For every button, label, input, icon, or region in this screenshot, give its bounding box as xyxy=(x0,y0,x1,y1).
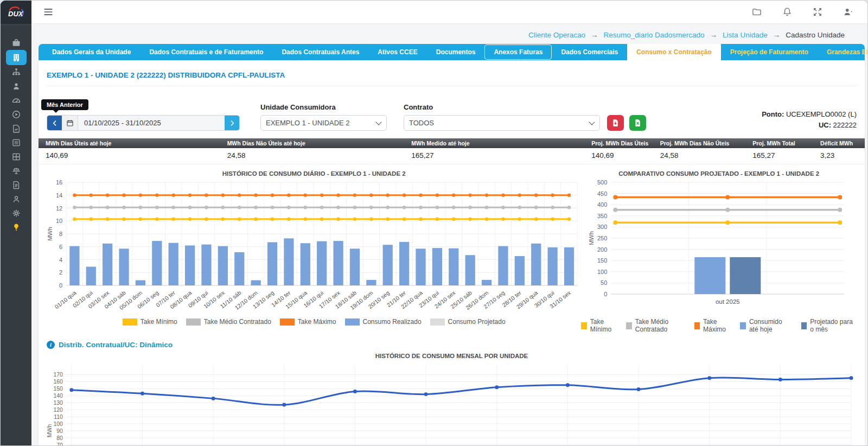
tab-proje-o-de-faturamento[interactable]: Projeção de Faturamento xyxy=(721,44,818,60)
svg-text:110: 110 xyxy=(54,414,63,420)
calendar-icon[interactable] xyxy=(62,116,78,130)
sidebar-item-user-group[interactable] xyxy=(6,79,27,93)
export-pdf-button[interactable] xyxy=(607,115,624,131)
daily-consumption-chart: HISTÓRICO DE CONSUMO DIÁRIO - EXEMPLO 1 … xyxy=(47,165,581,333)
sidebar-item-file-chart[interactable] xyxy=(6,122,27,136)
tab-documentos[interactable]: Documentos xyxy=(427,44,485,60)
tab-dados-comerciais[interactable]: Dados Comerciais xyxy=(552,44,627,60)
projected-comparison-chart-canvas[interactable]: 050100150200250300350400450500out 2025MW… xyxy=(581,178,857,315)
info-icon: i xyxy=(47,341,55,349)
tab-consumo-x-contrata-o[interactable]: Consumo x Contratação xyxy=(627,44,721,60)
legend-swatch xyxy=(801,322,807,329)
uc-label: UC: xyxy=(819,121,831,129)
sidebar-item-lightbulb[interactable] xyxy=(6,220,27,234)
breadcrumb-item[interactable]: Cliente Operacao xyxy=(528,31,585,39)
sidebar-item-list[interactable] xyxy=(6,136,27,150)
daily-chart-title: HISTÓRICO DE CONSUMO DIÁRIO - EXEMPLO 1 … xyxy=(47,170,581,177)
date-range-group: Mês Anterior 01/10/2025 - 31/10/2025 xyxy=(47,115,240,131)
svg-text:0: 0 xyxy=(59,282,62,289)
sidebar-item-table[interactable] xyxy=(6,150,27,164)
sidebar-item-building[interactable] xyxy=(6,50,27,65)
card-body: EXEMPLO 1 - UNIDADE 2 (222222) DISTRIBUI… xyxy=(39,60,865,446)
legend-item[interactable]: Take Máximo xyxy=(280,318,336,326)
tab-dados-contratuais-e-de-faturamento[interactable]: Dados Contratuais e de Faturamento xyxy=(140,44,272,60)
legend-swatch xyxy=(581,322,586,329)
tab-grandezas-el-tricas[interactable]: Grandezas Elétricas xyxy=(818,44,868,60)
unidade-consumidora-select[interactable]: EXEMPLO 1 - UNIDADE 2 xyxy=(260,115,387,131)
daily-consumption-chart-canvas[interactable]: 024681012141601/10 qua02/10 qui03/10 sex… xyxy=(47,178,581,315)
legend-label: Take Mínimo xyxy=(590,318,617,333)
svg-text:130: 130 xyxy=(53,400,63,406)
sidebar-item-scales[interactable] xyxy=(6,164,27,178)
breadcrumb-item: Cadastro Unidade xyxy=(786,31,845,39)
legend-label: Consumido até hoje xyxy=(749,318,793,333)
contrato-select[interactable]: TODOS xyxy=(404,115,600,131)
next-month-button[interactable] xyxy=(225,116,239,130)
svg-text:200: 200 xyxy=(597,246,607,253)
tab-dados-gerais-da-unidade[interactable]: Dados Gerais da Unidade xyxy=(43,44,140,60)
app-logo[interactable]: DUX xyxy=(1,1,31,24)
svg-text:50: 50 xyxy=(601,279,607,286)
header-fullscreen-button[interactable] xyxy=(812,7,823,17)
legend-item[interactable]: Consumido até hoje xyxy=(740,318,792,333)
stats-column-header: MWh Dias Não Úteis até hoje xyxy=(223,138,407,148)
monthly-consumption-chart-canvas[interactable]: 1701601501401301201101009080706050MWh xyxy=(47,360,857,446)
svg-text:4: 4 xyxy=(59,257,62,263)
legend-item[interactable]: Projetado para o mês xyxy=(801,318,857,333)
tab-anexos-faturas[interactable]: Anexos Faturas xyxy=(484,44,552,60)
sidebar-item-play-circle[interactable] xyxy=(6,107,27,122)
export-excel-button[interactable] xyxy=(629,115,646,131)
date-range-input[interactable]: 01/10/2025 - 31/10/2025 xyxy=(78,116,225,130)
legend-item[interactable]: Consumo Realizado xyxy=(345,318,422,326)
legend-swatch xyxy=(186,318,201,326)
svg-text:250: 250 xyxy=(597,235,607,241)
stats-value: 165,27 xyxy=(407,148,587,164)
header-folder-button[interactable] xyxy=(751,7,762,17)
legend-swatch xyxy=(626,322,631,329)
sidebar-item-gear[interactable] xyxy=(6,206,27,220)
svg-text:100: 100 xyxy=(53,421,63,427)
bell-icon xyxy=(782,7,793,17)
breadcrumb: Cliente Operacao→Resumo_diario Dadosmerc… xyxy=(31,24,867,44)
menu-toggle-icon[interactable] xyxy=(42,6,54,18)
legend-swatch xyxy=(740,322,745,329)
svg-text:450: 450 xyxy=(597,190,607,197)
legend-item[interactable]: Take Médio Contratado xyxy=(186,318,271,326)
tab-ativos-ccee[interactable]: Ativos CCEE xyxy=(368,44,426,60)
content-card: Dados Gerais da UnidadeDados Contratuais… xyxy=(39,44,865,446)
sidebar-item-sitemap[interactable] xyxy=(6,65,27,79)
svg-text:140: 140 xyxy=(53,393,63,399)
legend-item[interactable]: Take Mínimo xyxy=(123,318,177,326)
sidebar-item-file-doc[interactable] xyxy=(6,178,27,192)
legend-item[interactable]: Take Mínimo xyxy=(581,318,617,333)
legend-label: Projetado para o mês xyxy=(810,318,857,333)
legend-item[interactable]: Consumo Projetado xyxy=(430,318,506,326)
play-circle-icon xyxy=(11,110,21,119)
user-group-icon xyxy=(11,81,21,91)
tab-dados-contratuais-antes[interactable]: Dados Contratuais Antes xyxy=(272,44,368,60)
legend-swatch xyxy=(430,318,445,326)
svg-text:10: 10 xyxy=(56,218,62,224)
legend-item[interactable]: Take Médio Contratado xyxy=(626,318,685,333)
table-icon xyxy=(11,152,21,162)
stats-value: 165,27 xyxy=(748,148,816,164)
previous-month-button[interactable] xyxy=(47,116,62,130)
header-user-menu-button[interactable] xyxy=(843,7,853,17)
distrib-contratual-link[interactable]: i Distrib. Contratual/UC: Dinâmico xyxy=(47,341,857,349)
legend-swatch xyxy=(280,318,295,326)
uc-value: 222222 xyxy=(833,121,857,129)
svg-text:16: 16 xyxy=(56,179,62,186)
list-icon xyxy=(11,138,21,148)
sidebar-item-briefcase[interactable] xyxy=(6,36,27,50)
legend-item[interactable]: Take Máximo xyxy=(694,318,732,333)
svg-text:160: 160 xyxy=(53,379,63,385)
breadcrumb-item[interactable]: Lista Unidade xyxy=(723,31,768,39)
ponto-uc-info: Ponto: UCEXEMPLO0002 (L) UC: 222222 xyxy=(762,109,857,131)
header-bell-button[interactable] xyxy=(782,7,793,17)
lightbulb-icon xyxy=(11,222,21,232)
sidebar-item-gauge[interactable] xyxy=(6,93,27,107)
svg-text:70: 70 xyxy=(56,442,63,446)
legend-label: Consumo Realizado xyxy=(363,318,422,326)
breadcrumb-item[interactable]: Resumo_diario Dadosmercado xyxy=(604,31,705,39)
sidebar-item-user[interactable] xyxy=(6,192,27,206)
